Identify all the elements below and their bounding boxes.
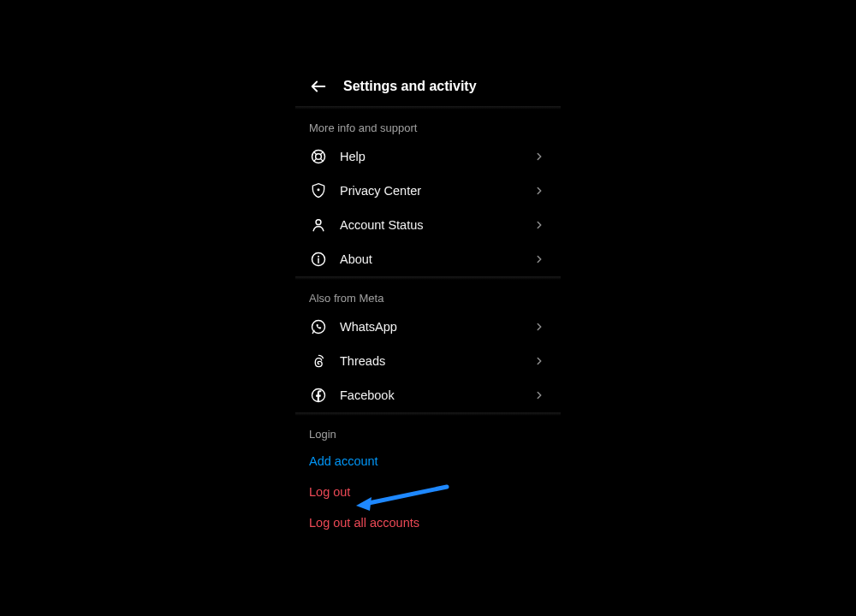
page-title: Settings and activity <box>343 79 477 94</box>
log-out-all-link[interactable]: Log out all accounts <box>295 507 561 538</box>
chevron-right-icon <box>532 217 547 233</box>
back-button[interactable] <box>309 77 328 96</box>
shield-icon <box>309 181 328 200</box>
chevron-right-icon <box>532 252 547 267</box>
row-label: Help <box>340 150 532 163</box>
row-whatsapp[interactable]: WhatsApp <box>295 310 561 344</box>
threads-icon <box>309 352 328 370</box>
section-title-login: Login <box>295 416 561 446</box>
whatsapp-icon <box>309 317 328 336</box>
row-label: Account Status <box>340 218 532 232</box>
section-title-support: More info and support <box>295 110 561 139</box>
row-label: Privacy Center <box>340 184 532 198</box>
log-out-link[interactable]: Log out <box>295 477 561 507</box>
chevron-right-icon <box>532 149 547 164</box>
row-facebook[interactable]: Facebook <box>295 378 561 412</box>
chevron-right-icon <box>532 183 547 198</box>
page-header: Settings and activity <box>295 68 561 106</box>
chevron-right-icon <box>532 319 547 335</box>
facebook-icon <box>309 386 328 405</box>
info-icon <box>309 250 328 269</box>
row-help[interactable]: Help <box>295 139 561 174</box>
svg-point-4 <box>318 256 319 258</box>
row-account-status[interactable]: Account Status <box>295 208 561 242</box>
row-label: WhatsApp <box>340 320 532 334</box>
chevron-right-icon <box>532 388 547 403</box>
svg-point-2 <box>316 220 321 225</box>
add-account-link[interactable]: Add account <box>295 446 561 477</box>
help-icon <box>309 147 328 166</box>
row-privacy-center[interactable]: Privacy Center <box>295 174 561 208</box>
row-label: About <box>340 252 532 266</box>
svg-point-1 <box>316 154 322 160</box>
person-icon <box>309 216 328 234</box>
section-title-meta: Also from Meta <box>295 280 561 310</box>
row-threads[interactable]: Threads <box>295 344 561 378</box>
row-label: Threads <box>340 354 532 368</box>
back-arrow-icon <box>309 77 328 96</box>
chevron-right-icon <box>532 353 547 369</box>
row-about[interactable]: About <box>295 242 561 276</box>
settings-panel: Settings and activity More info and supp… <box>295 68 561 538</box>
row-label: Facebook <box>340 388 532 402</box>
